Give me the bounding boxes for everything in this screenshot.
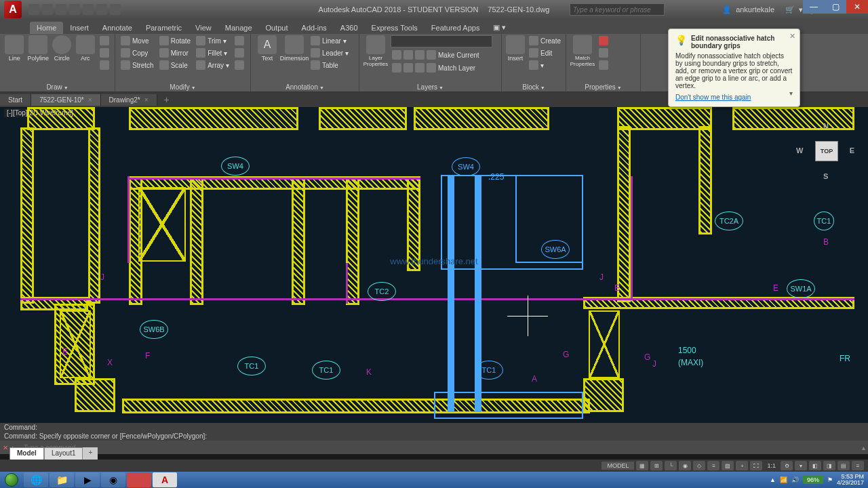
dimension-button[interactable]: Dimension (282, 35, 307, 62)
clock[interactable]: 5:53 PM 4/29/2017 (837, 474, 864, 486)
tab-annotate[interactable]: Annotate (96, 22, 139, 34)
tab-insert[interactable]: Insert (63, 22, 96, 34)
add-layout-button[interactable]: + (83, 447, 98, 460)
battery-status[interactable]: 96% (803, 476, 823, 484)
network-icon[interactable]: 📶 (780, 476, 787, 483)
taskbar-chrome-icon[interactable]: ◉ (101, 472, 125, 487)
close-icon[interactable]: × (144, 96, 149, 104)
tab-view[interactable]: View (189, 22, 218, 34)
tab-output[interactable]: Output (259, 22, 295, 34)
lineweight-icon[interactable]: ≡ (707, 461, 719, 470)
qat-saveas-icon[interactable] (69, 4, 80, 15)
tab-home[interactable]: Home (30, 22, 63, 34)
taskbar-explorer-icon[interactable]: 📁 (50, 472, 74, 487)
move-button[interactable]: Move (119, 35, 155, 46)
window-minimize-button[interactable]: — (803, 0, 825, 14)
transparency-icon[interactable]: ▨ (722, 461, 734, 470)
file-tab-start[interactable]: Start (0, 94, 31, 106)
mirror-button[interactable]: Mirror (158, 47, 192, 58)
fillet-button[interactable]: Fillet ▾ (195, 47, 231, 58)
tab-overflow[interactable]: ▣ ▾ (486, 21, 513, 34)
layers-icon (366, 35, 385, 54)
drawing-canvas[interactable]: SW4 SW4 TC2 TC1 TC1 TC1 SW6A SW6B TC2A S… (0, 107, 868, 434)
layer-properties-button[interactable]: Layer Properties (363, 35, 388, 67)
qat-plot-icon[interactable] (83, 4, 94, 15)
tab-addins[interactable]: Add-ins (295, 22, 334, 34)
layout-tab-model[interactable]: Model (9, 447, 44, 460)
taskbar-autocad-icon[interactable]: A (153, 472, 177, 487)
customize-icon[interactable]: ≡ (852, 461, 864, 470)
tray-up-icon[interactable]: ▲ (770, 476, 776, 483)
create-button[interactable]: Create (528, 35, 562, 46)
edit-button[interactable]: Edit (528, 47, 562, 58)
trim-button[interactable]: Trim ▾ (195, 35, 231, 46)
window-close-button[interactable]: ✕ (846, 0, 868, 14)
qat-save-icon[interactable] (56, 4, 66, 15)
circle-button[interactable]: Circle (52, 35, 72, 62)
flag-icon[interactable]: ⚑ (827, 476, 833, 483)
copy-button[interactable]: Copy (119, 47, 155, 58)
model-space-button[interactable]: MODEL (601, 462, 634, 470)
array-button[interactable]: Array ▾ (195, 60, 231, 70)
snap-icon[interactable]: ⊞ (650, 461, 663, 470)
tab-parametric[interactable]: Parametric (139, 22, 189, 34)
tooltip-link[interactable]: Don't show me this again (675, 94, 751, 101)
polyline-button[interactable]: Polyline (27, 35, 49, 62)
match-layer-button[interactable]: Match Layer (391, 62, 492, 73)
window-maximize-button[interactable]: ▢ (825, 0, 846, 14)
qat-redo-icon[interactable] (110, 4, 121, 15)
stretch-button[interactable]: Stretch (119, 60, 155, 70)
file-tab[interactable]: 7522-GEN-10*× (31, 94, 100, 106)
match-properties-button[interactable]: Match Properties (570, 35, 595, 67)
cmd-history: Command: (0, 423, 868, 432)
app-icon[interactable]: A (4, 1, 22, 18)
volume-icon[interactable]: 🔊 (791, 476, 799, 483)
insert-button[interactable]: Insert (506, 35, 525, 62)
qat-open-icon[interactable] (42, 4, 53, 15)
text-icon: A (258, 35, 277, 54)
tab-manage[interactable]: Manage (218, 22, 259, 34)
panel-label[interactable]: Draw (0, 83, 115, 91)
chevron-down-icon[interactable]: ▾ (789, 89, 793, 97)
rotate-button[interactable]: Rotate (158, 35, 192, 46)
drawing-area[interactable]: [-][Top][2D Wireframe] (0, 107, 868, 434)
close-icon[interactable]: ✕ (789, 32, 795, 41)
viewcube[interactable]: N S E W TOP (795, 121, 856, 182)
new-tab-button[interactable]: + (157, 94, 176, 105)
command-input[interactable] (24, 444, 858, 451)
anno-scale-icon[interactable]: ⛶ (750, 461, 762, 470)
line-button[interactable]: Line (4, 35, 24, 62)
leader-button[interactable]: Leader ▾ (309, 47, 350, 58)
scale-label[interactable]: 1:1 (764, 462, 778, 469)
panel-annotation: AText Dimension Linear ▾ Leader ▾ Table … (251, 34, 359, 92)
make-current-button[interactable]: Make Current (391, 49, 492, 60)
tab-featured[interactable]: Featured Apps (425, 22, 487, 34)
close-icon[interactable]: × (88, 96, 92, 104)
arc-button[interactable]: Arc (75, 35, 96, 62)
ortho-icon[interactable]: └ (665, 461, 677, 470)
gear-icon[interactable]: ⚙ (781, 461, 793, 470)
panel-block: Insert Create Edit ▾ Block (502, 34, 566, 92)
start-button[interactable] (0, 472, 23, 488)
text-button[interactable]: AText (255, 35, 279, 62)
file-tab[interactable]: Drawing2*× (101, 94, 157, 106)
qat-new-icon[interactable] (28, 4, 39, 15)
taskbar-ie-icon[interactable]: 🌐 (24, 472, 48, 487)
cmd-recent-icon[interactable]: ▴ (862, 444, 865, 451)
taskbar-media-icon[interactable]: ▶ (75, 472, 100, 487)
scale-button[interactable]: Scale (158, 60, 192, 70)
tab-a360[interactable]: A360 (334, 22, 365, 34)
qat-undo-icon[interactable] (96, 4, 107, 15)
taskbar-app-icon[interactable] (127, 472, 151, 487)
linear-button[interactable]: Linear ▾ (309, 35, 350, 46)
viewcube-top[interactable]: TOP (815, 141, 838, 161)
layer-dropdown[interactable] (391, 35, 492, 47)
help-search-input[interactable] (570, 3, 665, 16)
tab-express[interactable]: Express Tools (365, 22, 425, 34)
layout-tab[interactable]: Layout1 (44, 447, 83, 460)
table-button[interactable]: Table (309, 60, 350, 70)
grid-icon[interactable]: ▦ (636, 461, 648, 470)
osnap-icon[interactable]: ◇ (693, 461, 705, 470)
polar-icon[interactable]: ◉ (679, 461, 691, 470)
cmd-close-icon[interactable]: ✕ (3, 444, 8, 451)
